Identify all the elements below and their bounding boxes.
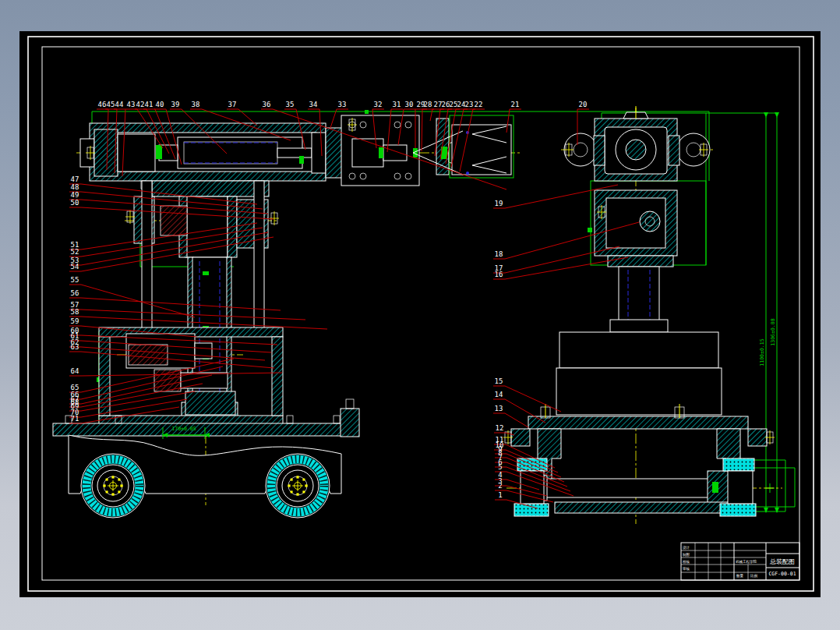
svg-text:41: 41	[145, 101, 154, 108]
drawing-title: 总装配图	[769, 558, 795, 565]
svg-text:19: 19	[495, 200, 503, 207]
column-right-view	[610, 267, 668, 332]
left-guide-plate	[142, 181, 152, 329]
title-block-qty-label: 数量	[736, 574, 744, 578]
dimension-text: 1306±0.08	[770, 318, 776, 345]
svg-text:38: 38	[192, 101, 200, 108]
svg-text:39: 39	[171, 101, 180, 108]
svg-text:28: 28	[424, 101, 432, 108]
svg-text:37: 37	[228, 101, 237, 108]
svg-text:36: 36	[263, 101, 271, 108]
svg-text:15: 15	[495, 377, 503, 385]
svg-text:48: 48	[71, 183, 79, 191]
svg-text:14: 14	[495, 391, 503, 398]
svg-text:58: 58	[71, 308, 79, 316]
svg-text:43: 43	[127, 101, 136, 108]
svg-text:55: 55	[71, 276, 79, 284]
svg-text:34: 34	[309, 101, 318, 108]
svg-text:12: 12	[496, 424, 504, 432]
cad-viewer-canvas[interactable]: 4645444342414039383736353433323130292827…	[0, 0, 840, 630]
svg-text:44: 44	[115, 101, 124, 108]
svg-text:16: 16	[495, 271, 503, 278]
svg-text:46: 46	[98, 101, 107, 108]
drawing-number: CGF-00-01	[768, 571, 796, 577]
svg-text:22: 22	[475, 101, 483, 108]
svg-text:54: 54	[71, 263, 79, 271]
svg-text:18: 18	[495, 250, 503, 258]
svg-text:63: 63	[71, 343, 79, 351]
title-block-checker-label: 校核	[683, 560, 690, 564]
rear-wheel	[266, 454, 330, 518]
svg-text:52: 52	[71, 248, 79, 256]
body-cylinder	[556, 332, 722, 415]
svg-text:49: 49	[71, 191, 79, 199]
piston-rod	[277, 148, 312, 158]
front-wheel	[81, 454, 145, 518]
svg-text:2: 2	[498, 482, 502, 490]
svg-text:47: 47	[71, 175, 79, 183]
svg-text:64: 64	[71, 367, 79, 375]
title-block-drafter-label: 制图	[683, 553, 690, 557]
svg-text:42: 42	[136, 101, 145, 108]
svg-text:56: 56	[71, 289, 79, 297]
svg-text:50: 50	[71, 199, 79, 207]
svg-text:45: 45	[107, 101, 115, 108]
svg-text:59: 59	[71, 317, 79, 325]
title-block-designer-label: 设计	[683, 545, 690, 550]
svg-text:5: 5	[498, 463, 502, 471]
svg-text:32: 32	[374, 101, 383, 108]
right-guide-plate	[254, 181, 264, 329]
svg-text:21: 21	[511, 101, 520, 108]
title-block-reviewer-label: 审核	[683, 567, 690, 571]
red-hatched-bushing	[161, 206, 187, 235]
svg-text:1: 1	[498, 491, 502, 499]
svg-text:13: 13	[495, 405, 503, 412]
title-block-org: 机械工程学院	[736, 559, 757, 564]
svg-text:31: 31	[393, 101, 401, 108]
svg-text:33: 33	[338, 101, 347, 108]
dimension-text: 170±0.05	[171, 426, 196, 432]
dimension-text: 1100±0.15	[759, 338, 765, 366]
shoulder-block	[595, 190, 677, 267]
svg-text:71: 71	[71, 415, 79, 423]
horizontal-arm-assembly	[80, 123, 344, 189]
svg-text:23: 23	[465, 101, 474, 108]
engineering-drawing: 4645444342414039383736353433323130292827…	[0, 0, 840, 630]
svg-text:35: 35	[286, 101, 295, 108]
svg-text:20: 20	[579, 101, 588, 108]
svg-text:40: 40	[156, 101, 164, 108]
svg-text:30: 30	[405, 101, 414, 108]
